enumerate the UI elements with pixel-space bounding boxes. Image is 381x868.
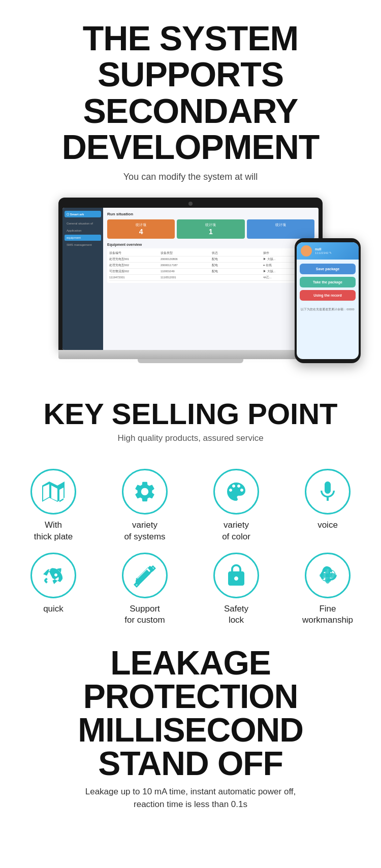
device-section: ⬡ Smart ark General situation of Applica… (0, 192, 381, 378)
fan-icon-circle (305, 553, 351, 598)
stat-label-2: 统计项 (205, 222, 216, 228)
stat-value-2: 1 (209, 228, 213, 236)
ruler-icon-circle (122, 553, 168, 598)
nav-equipment: equipment (65, 235, 101, 241)
icons-grid: Withthick plate varietyof systems variet… (0, 454, 381, 635)
rocket-icon (41, 563, 66, 588)
nav-general: General situation of (65, 220, 101, 227)
icon-label-custom: Supportfor custom (124, 603, 165, 626)
app-table: 设备编号 设备类型 状态 操作 处理充电型001 20000130806 配电 … (107, 248, 314, 283)
stat-value-1: 4 (139, 228, 143, 236)
phone-outer: null 11122342 ✎ Save package Take the pa… (295, 238, 361, 363)
stat-cards: 统计项 4 统计项 1 统计项 (107, 219, 314, 239)
palette-icon (224, 479, 248, 504)
icon-voice: voice (284, 469, 371, 542)
icon-workmanship: Fineworkmanship (284, 553, 371, 626)
mic-icon-circle (305, 469, 351, 515)
icon-label-thick-plate: Withthick plate (34, 520, 73, 542)
table-row-4: 1119472001 1116512001 4#乙... (109, 275, 312, 281)
laptop-screen: ⬡ Smart ark General situation of Applica… (62, 208, 319, 350)
icon-label-color: varietyof color (222, 520, 250, 542)
app-table-title: Equipment overview (107, 243, 314, 246)
hero-title: THE SYSTEM SUPPORTS SECONDARY DEVELOPMEN… (15, 20, 366, 166)
rocket-icon-circle (30, 553, 76, 598)
table-row-3: 可控整流报002 110001049 配电 ▶ 大版... (109, 269, 312, 275)
gear-icon-circle (122, 469, 168, 515)
laptop-notch (188, 202, 193, 206)
nav-sms: SMS management (65, 242, 101, 248)
table-row-1: 处理充电型001 20000130806 配电 ▶ 大版... (109, 256, 312, 263)
phone-username: null (315, 247, 355, 251)
icon-custom: Supportfor custom (102, 553, 188, 626)
phone-btn-record[interactable]: Using the record (300, 290, 356, 301)
app-logo: ⬡ Smart ark (65, 211, 101, 217)
app-main: Run situation 统计项 4 统计项 1 统计项 (103, 208, 319, 350)
map-icon (41, 479, 66, 504)
stat-value-3 (279, 228, 281, 236)
phone-user-info: null 11122342 ✎ (315, 247, 355, 254)
stat-card-blue: 统计项 (247, 219, 314, 239)
map-icon-circle (30, 469, 76, 515)
laptop-stand (138, 359, 243, 363)
phone-screen: null 11122342 ✎ Save package Take the pa… (297, 242, 359, 359)
icon-quick: quick (10, 553, 97, 626)
icon-label-workmanship: Fineworkmanship (302, 603, 353, 626)
phone-footer: 以下为您在充值通道里累计余额：00000 (297, 305, 359, 314)
app-sidebar: ⬡ Smart ark General situation of Applica… (62, 208, 103, 350)
stat-card-green: 统计项 1 (177, 219, 244, 239)
phone-userid: 11122342 ✎ (315, 251, 355, 254)
svg-point-5 (326, 573, 330, 577)
nav-application: Application (65, 228, 101, 234)
app-ui: ⬡ Smart ark General situation of Applica… (62, 208, 319, 350)
icon-thick-plate: Withthick plate (10, 469, 97, 542)
fan-icon (315, 563, 340, 588)
hero-section: THE SYSTEM SUPPORTS SECONDARY DEVELOPMEN… (0, 0, 381, 192)
icon-label-systems: varietyof systems (124, 520, 165, 542)
laptop-screen-outer: ⬡ Smart ark General situation of Applica… (58, 198, 323, 350)
mic-icon (315, 479, 340, 504)
icon-label-voice: voice (318, 520, 338, 531)
lock-icon-circle (213, 553, 259, 598)
phone-header: null 11122342 ✎ (297, 242, 359, 260)
stat-card-orange: 统计项 4 (107, 219, 175, 239)
icon-color: varietyof color (193, 469, 279, 542)
icon-safety-lock: Safetylock (193, 553, 279, 626)
phone-btn-take[interactable]: Take the package (300, 277, 356, 287)
avatar (301, 245, 312, 256)
palette-icon-circle (213, 469, 259, 515)
phone-btn-save[interactable]: Save package (300, 264, 356, 274)
selling-title: KEY SELLING POINT (15, 399, 366, 430)
icon-label-safety-lock: Safetylock (224, 603, 248, 626)
ruler-icon (133, 563, 157, 588)
selling-subtitle: High quality products, assured service (15, 433, 366, 443)
app-run-title: Run situation (107, 212, 314, 216)
stat-label-1: 统计项 (136, 222, 146, 228)
icon-label-quick: quick (43, 603, 64, 615)
table-row-2: 处理充电型002 20000117187 配电 ● 在线 (109, 263, 312, 269)
hero-subtitle: You can modify the system at will (15, 172, 366, 182)
gear-icon (133, 479, 157, 504)
lock-icon (224, 563, 248, 588)
phone-buttons: Save package Take the package Using the … (297, 260, 359, 305)
leakage-section: LEAKAGE PROTECTION MILLISECOND STAND OFF… (0, 636, 381, 816)
icon-systems: varietyof systems (102, 469, 188, 542)
leakage-title: LEAKAGE PROTECTION MILLISECOND STAND OFF (10, 646, 371, 780)
table-row-header: 设备编号 设备类型 状态 操作 (109, 250, 312, 256)
stat-label-3: 统计项 (275, 222, 286, 228)
phone-mockup: null 11122342 ✎ Save package Take the pa… (295, 238, 361, 363)
laptop-base (58, 350, 323, 359)
laptop-mockup: ⬡ Smart ark General situation of Applica… (58, 198, 323, 363)
leakage-subtitle: Leakage up to 10 mA time, instant automa… (10, 785, 371, 811)
selling-section: KEY SELLING POINT High quality products,… (0, 378, 381, 454)
